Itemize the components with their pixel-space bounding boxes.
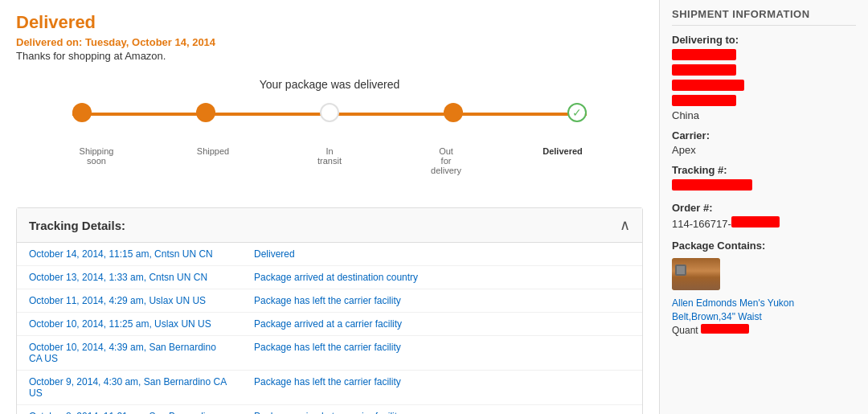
- belt-buckle: [675, 264, 686, 276]
- product-title[interactable]: Allen Edmonds Men's Yukon Belt,Brown,34"…: [672, 297, 856, 324]
- step-label-delivered: Delivered: [530, 146, 595, 175]
- redacted-name1: [672, 49, 736, 60]
- tracking-date: October 13, 2014, 1:33 am, Cntsn UN CN: [17, 266, 242, 289]
- page-title: Delivered: [16, 12, 643, 33]
- collapse-chevron[interactable]: ∧: [620, 216, 630, 234]
- tracking-date: October 10, 2014, 4:39 am, San Bernardin…: [17, 336, 242, 371]
- delivered-date: Delivered on: Tuesday, October 14, 2014: [16, 36, 643, 48]
- table-row: October 14, 2014, 11:15 am, Cntsn UN CND…: [17, 243, 642, 266]
- table-row: October 8, 2014, 11:21 pm, San Bernardin…: [17, 405, 642, 415]
- step-label-out: Outfordelivery: [414, 146, 478, 175]
- carrier-value: Apex: [672, 144, 856, 156]
- tracking-status: Package has left the carrier facility: [242, 289, 642, 313]
- order-number: 114-166717-: [672, 216, 856, 230]
- quantity-label: Quant: [672, 324, 856, 336]
- tracking-table: October 14, 2014, 11:15 am, Cntsn UN CND…: [17, 243, 642, 414]
- tracking-date: October 9, 2014, 4:30 am, San Bernardino…: [17, 371, 242, 405]
- progress-tracker: ✓ Shippingsoon Shipped Intransit Outford…: [40, 103, 619, 175]
- tracking-status: Package has left the carrier facility: [242, 336, 642, 371]
- tracking-section: Tracking Details: ∧ October 14, 2014, 11…: [16, 207, 643, 414]
- step-dot-delivered: ✓: [567, 103, 587, 122]
- redacted-tracking: [672, 179, 752, 191]
- step-delivered: ✓: [567, 103, 587, 122]
- step-dot-shipping: [72, 103, 92, 122]
- table-row: October 10, 2014, 4:39 am, San Bernardin…: [17, 336, 642, 371]
- step-dot-shipped: [196, 103, 215, 122]
- banner-text: Your package was delivered: [260, 78, 400, 91]
- tracking-status: Package arrived at destination country: [242, 266, 642, 289]
- step-shipping-soon: [72, 103, 92, 122]
- table-row: October 13, 2014, 1:33 am, Cntsn UN CNPa…: [17, 266, 642, 289]
- tracking-date: October 8, 2014, 11:21 pm, San Bernardin…: [17, 405, 242, 415]
- step-label-transit: Intransit: [297, 146, 362, 175]
- order-label: Order #:: [672, 202, 856, 214]
- country-value: China: [672, 109, 856, 121]
- tracking-status: Package arrived at a carrier facility: [242, 405, 642, 415]
- tracking-date: October 14, 2014, 11:15 am, Cntsn UN CN: [17, 243, 242, 266]
- delivering-to-label: Delivering to:: [672, 34, 856, 46]
- delivered-date-value: Tuesday, October 14, 2014: [85, 36, 215, 48]
- delivered-date-label: Delivered on:: [16, 36, 82, 48]
- tracking-date: October 11, 2014, 4:29 am, Uslax UN US: [17, 289, 242, 313]
- package-contains-label: Package Contains:: [672, 240, 856, 252]
- step-in-transit: [320, 103, 339, 122]
- step-label-shipping: Shippingsoon: [64, 146, 129, 175]
- sidebar: SHIPMENT INFORMATION Delivering to: Chin…: [659, 0, 868, 414]
- tracking-status: Delivered: [242, 243, 642, 266]
- tracking-date: October 10, 2014, 11:25 am, Uslax UN US: [17, 313, 242, 336]
- step-label-shipped: Shipped: [181, 146, 245, 175]
- table-row: October 9, 2014, 4:30 am, San Bernardino…: [17, 371, 642, 405]
- recipient-line3: [672, 79, 856, 94]
- step-shipped: [196, 103, 215, 122]
- shipment-info-title: SHIPMENT INFORMATION: [672, 8, 856, 26]
- carrier-label: Carrier:: [672, 129, 856, 141]
- tracking-number: [672, 178, 856, 194]
- recipient-line4: [672, 94, 856, 109]
- tracking-label: Tracking #:: [672, 164, 856, 176]
- redacted-name4: [672, 95, 736, 106]
- main-content: Delivered Delivered on: Tuesday, October…: [0, 0, 659, 414]
- step-labels: Shippingsoon Shipped Intransit Outfordel…: [64, 146, 595, 175]
- table-row: October 10, 2014, 11:25 am, Uslax UN USP…: [17, 313, 642, 336]
- step-dot-out: [444, 103, 463, 122]
- table-row: October 11, 2014, 4:29 am, Uslax UN USPa…: [17, 289, 642, 313]
- product-image: [672, 258, 720, 290]
- tracking-header: Tracking Details: ∧: [17, 208, 642, 243]
- tracking-status: Package arrived at a carrier facility: [242, 313, 642, 336]
- tracking-status: Package has left the carrier facility: [242, 371, 642, 405]
- recipient-line2: [672, 64, 856, 79]
- step-out-for-delivery: [444, 103, 463, 122]
- redacted-quant: [701, 324, 749, 334]
- recipient-line1: [672, 48, 856, 64]
- delivery-banner: Your package was delivered: [16, 78, 643, 91]
- redacted-name2: [672, 64, 736, 76]
- thanks-text: Thanks for shopping at Amazon.: [16, 50, 643, 62]
- step-dot-transit: [320, 103, 339, 122]
- redacted-order: [731, 216, 780, 227]
- tracking-header-title: Tracking Details:: [29, 219, 125, 232]
- order-number-prefix: 114-166717-: [672, 218, 731, 230]
- redacted-name3: [672, 80, 744, 91]
